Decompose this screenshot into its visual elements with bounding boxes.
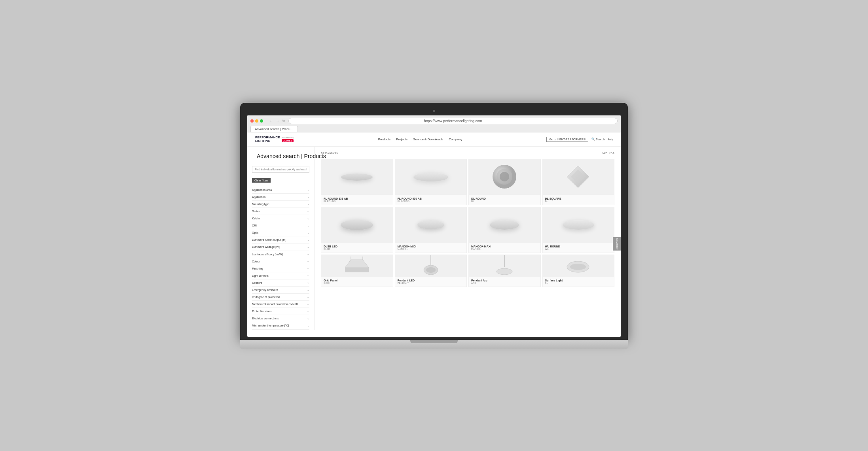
filter-sensors[interactable]: Sensors ⌄	[252, 279, 309, 287]
site-content: PERFORMANCE LIGHTING powered by GEWISS P…	[247, 132, 621, 330]
newsletter-tab[interactable]: Newsletter	[613, 237, 621, 251]
product-card[interactable]: FL ROUND 333 AB FL ROUND	[321, 159, 393, 205]
sort-controls: ↑AZ ↓ZA	[602, 151, 614, 155]
clear-filters-button[interactable]: Clear filters	[252, 178, 271, 183]
nav-products[interactable]: Products	[378, 138, 391, 141]
svg-point-13	[497, 268, 512, 275]
filter-efficacy[interactable]: Luminous efficacy [lm/W] ⌄	[252, 251, 309, 258]
browser-chrome: ← → ↻ https://www.performancelighting.co…	[247, 115, 621, 132]
filter-ik[interactable]: Mechanical impact protection code IK ⌄	[252, 301, 309, 308]
filter-efficacy-label: Luminous efficacy [lm/W]	[252, 253, 283, 256]
product-card[interactable]: MANGO+ MAXI MANGO+	[468, 207, 541, 253]
product-card[interactable]: Surface Light SL	[542, 255, 615, 287]
filter-mounting-type[interactable]: Mounting type ⌄	[252, 201, 309, 208]
nav-projects[interactable]: Projects	[396, 138, 407, 141]
nav-service[interactable]: Service & Downloads	[413, 138, 443, 141]
nav-company[interactable]: Company	[449, 138, 462, 141]
product-card[interactable]: DL ROUND DL	[468, 159, 541, 205]
product-series: WL	[545, 248, 612, 250]
filter-cri[interactable]: CRI ⌄	[252, 222, 309, 229]
gewiss-brand: GEWISS	[282, 139, 294, 142]
product-image	[395, 255, 467, 277]
laptop-shell: ← → ↻ https://www.performancelighting.co…	[240, 103, 628, 349]
code-finder-input[interactable]	[252, 166, 309, 173]
chevron-down-icon: ⌄	[307, 310, 309, 313]
filter-lumen-output[interactable]: Luminaire lumen output [lm] ⌄	[252, 236, 309, 243]
newsletter-tab-container: Newsletter	[613, 237, 621, 251]
filter-protection-class[interactable]: Protection class ⌄	[252, 308, 309, 315]
product-card[interactable]: Pendant Arc ARC	[468, 255, 541, 287]
light-performer-button[interactable]: Go to LIGHT-PERFORMER®	[546, 137, 588, 142]
product-image	[469, 159, 540, 195]
locale-selector[interactable]: Italy	[608, 138, 613, 141]
svg-point-2	[500, 172, 509, 181]
filter-max-temp[interactable]: Max. ambient temperature [°C] ⌄	[252, 330, 309, 330]
product-info: DL ROUND DL	[469, 195, 540, 205]
product-info: WL ROUND WL	[543, 243, 614, 253]
sort-za-button[interactable]: ↓ZA	[609, 151, 614, 155]
maximize-dot[interactable]	[260, 119, 263, 123]
logo[interactable]: PERFORMANCE LIGHTING	[255, 136, 280, 143]
back-button[interactable]: ←	[269, 119, 274, 123]
products-area: 62 Products ↑AZ ↓ZA	[315, 147, 621, 330]
product-name: DL ROUND	[471, 197, 538, 200]
forward-button[interactable]: →	[275, 119, 280, 123]
filter-electrical[interactable]: Electrical connections ⌄	[252, 315, 309, 322]
product-shape	[417, 221, 444, 229]
refresh-button[interactable]: ↻	[281, 119, 286, 123]
chevron-down-icon: ⌄	[307, 245, 309, 249]
product-card[interactable]: FL ROUND 555 AB FL ROUND	[395, 159, 467, 205]
product-shape	[341, 174, 373, 181]
chevron-down-icon: ⌄	[307, 281, 309, 284]
screen-bezel: ← → ↻ https://www.performancelighting.co…	[240, 103, 628, 340]
product-name: Grid Panel	[324, 279, 390, 282]
product-name: MANGO+ MAXI	[471, 245, 538, 248]
filter-light-controls[interactable]: Light controls ⌄	[252, 272, 309, 279]
close-dot[interactable]	[250, 119, 254, 123]
filter-series[interactable]: Series ⌄	[252, 208, 309, 215]
filter-sensors-label: Sensors	[252, 281, 262, 285]
product-name: DL SQUARE	[545, 197, 612, 200]
filter-emergency[interactable]: Emergency luminaire ⌄	[252, 287, 309, 294]
sidebar: Advanced search | Products Clear filters…	[247, 147, 315, 330]
product-card[interactable]: Grid Panel GRID	[321, 255, 393, 287]
product-card[interactable]: Pendant LED PENDANT	[395, 255, 467, 287]
product-card[interactable]: WL ROUND WL	[542, 207, 615, 253]
product-card[interactable]: MANGO+ MIDI MANGO+	[395, 207, 467, 253]
filter-kelvin-label: Kelvin	[252, 217, 260, 220]
chevron-down-icon: ⌄	[307, 317, 309, 320]
browser-tab-active[interactable]: Advanced search | Products | Perfor-	[250, 126, 298, 132]
product-card[interactable]: DLSB LED DLSB	[321, 207, 393, 253]
product-shape	[565, 255, 591, 277]
laptop-screen: ← → ↻ https://www.performancelighting.co…	[247, 115, 621, 337]
product-shape	[421, 255, 441, 277]
filter-optic[interactable]: Optic ⌄	[252, 229, 309, 236]
filter-ip[interactable]: IP degree of protection ⌄	[252, 294, 309, 301]
filter-wattage[interactable]: Luminaire wattage [W] ⌄	[252, 243, 309, 251]
svg-point-15	[570, 264, 586, 270]
minimize-dot[interactable]	[255, 119, 258, 123]
search-label: Search	[596, 138, 605, 141]
filter-application-area[interactable]: Application area ⌄	[252, 187, 309, 194]
filter-finishing-label: Finishing	[252, 267, 263, 270]
filter-min-temp-label: Min. ambient temperature [°C]	[252, 324, 289, 327]
chevron-down-icon: ⌄	[307, 296, 309, 299]
product-shape	[341, 220, 373, 230]
products-header: 62 Products ↑AZ ↓ZA	[321, 151, 614, 155]
search-button[interactable]: 🔍 Search	[591, 138, 605, 141]
product-card[interactable]: DL SQUARE DL	[542, 159, 615, 205]
filter-application[interactable]: Application ⌄	[252, 194, 309, 201]
products-count: 62 Products	[321, 151, 338, 155]
product-info: DL SQUARE DL	[543, 195, 614, 205]
product-info: MANGO+ MIDI MANGO+	[395, 243, 467, 253]
filter-finishing[interactable]: Finishing ⌄	[252, 265, 309, 272]
filter-min-temp[interactable]: Min. ambient temperature [°C] ⌄	[252, 322, 309, 329]
filter-colour[interactable]: Colour ⌄	[252, 258, 309, 265]
product-series: PENDANT	[398, 282, 464, 284]
filter-emergency-label: Emergency luminaire	[252, 288, 278, 292]
address-bar[interactable]: https://www.performancelighting.com	[288, 118, 618, 124]
product-info: Pendant Arc ARC	[469, 277, 540, 287]
sort-az-button[interactable]: ↑AZ	[602, 151, 607, 155]
filter-kelvin[interactable]: Kelvin ⌄	[252, 215, 309, 222]
product-image	[395, 159, 467, 195]
